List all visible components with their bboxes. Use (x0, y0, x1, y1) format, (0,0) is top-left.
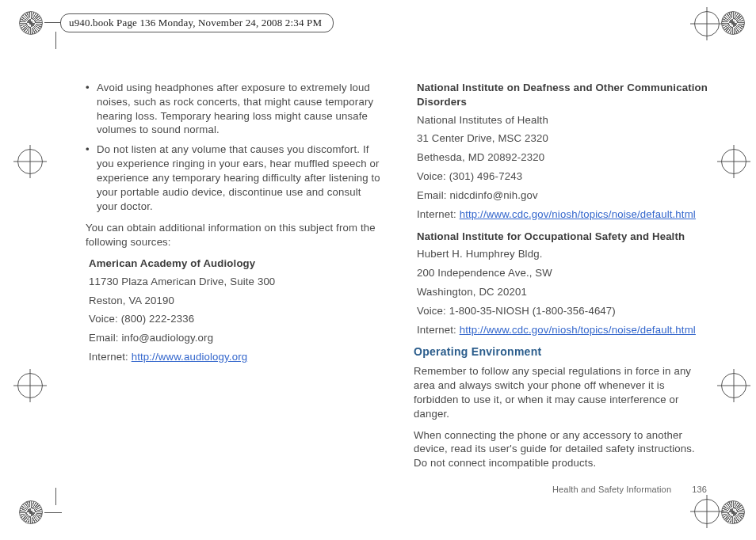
org-line: National Institutes of Health (417, 113, 710, 127)
org-line: Bethesda, MD 20892-2320 (417, 150, 710, 165)
org-line: Hubert H. Humphrey Bldg. (417, 247, 710, 261)
crosshair-icon (17, 373, 43, 398)
org-voice: Voice: (800) 222-2336 (89, 312, 382, 326)
bullet-list: Avoid using headphones after exposure to… (86, 81, 382, 213)
org-email: Email: nidcdinfo@nih.gov (417, 188, 710, 203)
paragraph: When connecting the phone or any accesso… (414, 428, 710, 470)
org-name: National Institute for Occupational Safe… (417, 230, 710, 244)
body-columns: Avoid using headphones after exposure to… (86, 81, 710, 486)
right-column: National Institute on Deafness and Other… (414, 81, 710, 486)
footer-section-label: Health and Safety Information (552, 485, 671, 494)
org-name: National Institute on Deafness and Other… (417, 81, 710, 109)
org-internet-link[interactable]: http://www.cdc.gov/niosh/topics/noise/de… (460, 208, 696, 220)
org-line: 200 Independence Ave., SW (417, 266, 710, 280)
crosshair-icon (721, 149, 746, 174)
org-internet: Internet: http://www.audiology.org (89, 350, 382, 364)
org-line: Washington, DC 20201 (417, 285, 710, 299)
org-name: American Academy of Audiology (89, 257, 382, 271)
org-internet-link[interactable]: http://www.cdc.gov/niosh/topics/noise/de… (460, 324, 696, 336)
registration-wheel-icon (721, 11, 745, 35)
document-page: u940.book Page 136 Monday, November 24, … (0, 0, 756, 540)
internet-label: Internet: (417, 324, 460, 336)
crosshair-icon (17, 149, 43, 174)
left-column: Avoid using headphones after exposure to… (86, 81, 382, 486)
crosshair-icon (694, 11, 720, 36)
page-footer: Health and Safety Information 136 (552, 485, 707, 494)
banner-text: u940.book Page 136 Monday, November 24, … (69, 17, 322, 29)
org-address-line: Reston, VA 20190 (89, 294, 382, 308)
org-email: Email: info@audiology.org (89, 331, 382, 345)
org-internet: Internet: http://www.cdc.gov/niosh/topic… (417, 323, 710, 337)
crosshair-icon (694, 499, 720, 524)
org-internet-link[interactable]: http://www.audiology.org (132, 351, 248, 363)
org-american-academy-audiology: American Academy of Audiology 11730 Plaz… (89, 257, 382, 364)
internet-label: Internet: (89, 351, 132, 363)
crop-tick-icon (55, 488, 56, 505)
section-heading-operating-environment: Operating Environment (414, 344, 710, 359)
registration-wheel-icon (19, 500, 43, 524)
paragraph: Remember to follow any special regulatio… (414, 364, 710, 420)
crop-tick-icon (44, 22, 62, 23)
crosshair-icon (721, 373, 746, 398)
org-nidcd: National Institute on Deafness and Other… (417, 81, 710, 222)
org-internet: Internet: http://www.cdc.gov/niosh/topic… (417, 207, 710, 222)
org-address-line: 11730 Plaza American Drive, Suite 300 (89, 275, 382, 289)
bullet-item: Avoid using headphones after exposure to… (86, 81, 382, 137)
framemaker-banner: u940.book Page 136 Monday, November 24, … (60, 13, 334, 32)
paragraph: You can obtain additional information on… (86, 221, 382, 249)
crop-tick-icon (44, 512, 62, 513)
registration-wheel-icon (721, 500, 745, 524)
org-line: 31 Center Drive, MSC 2320 (417, 131, 710, 146)
crop-tick-icon (55, 32, 56, 49)
bullet-item: Do not listen at any volume that causes … (86, 143, 382, 213)
page-number: 136 (692, 485, 707, 494)
org-niosh: National Institute for Occupational Safe… (417, 230, 710, 337)
org-voice: Voice: 1-800-35-NIOSH (1-800-356-4647) (417, 304, 710, 318)
registration-wheel-icon (19, 11, 43, 35)
org-voice: Voice: (301) 496-7243 (417, 169, 710, 184)
internet-label: Internet: (417, 208, 460, 220)
